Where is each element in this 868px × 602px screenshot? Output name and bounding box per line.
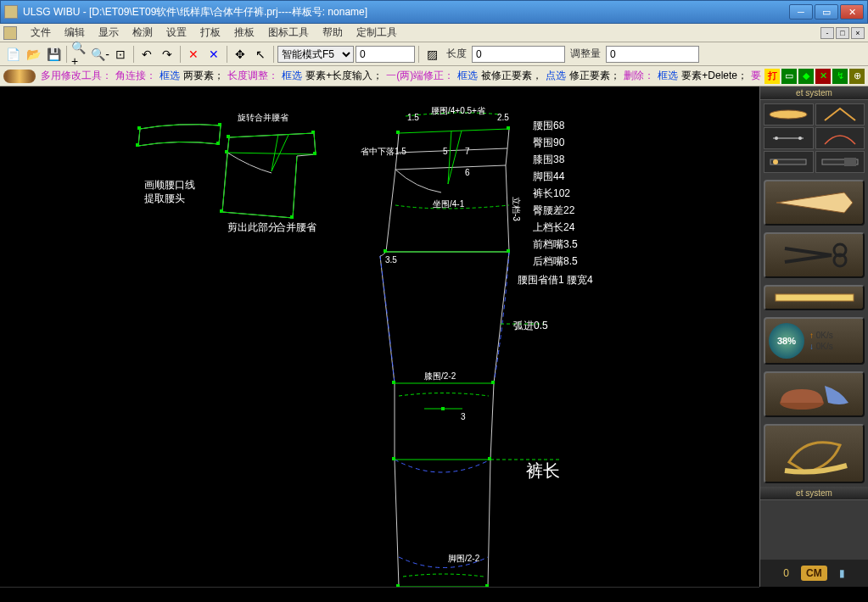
close-button[interactable]: ✕ [840, 4, 864, 20]
unit-extra[interactable]: ▮ [834, 566, 850, 581]
percent-value: 38% [769, 323, 804, 359]
save-button[interactable]: 💾 [44, 45, 63, 64]
maximize-button[interactable]: ▭ [815, 4, 838, 20]
length-label: 长度 [443, 47, 470, 61]
mode-combo[interactable]: 智能模式F5 [277, 46, 354, 63]
mdi-restore[interactable]: □ [836, 27, 849, 39]
measurements-list: 腰围68 臀围90 膝围38 脚围44 裤长102 臀腰差22 上档长24 前档… [518, 120, 593, 286]
svg-rect-26 [384, 249, 387, 253]
menu-file[interactable]: 文件 [24, 24, 58, 42]
menu-view[interactable]: 显示 [92, 24, 126, 42]
svg-point-46 [775, 137, 778, 140]
end-btn-6[interactable]: ⊕ [849, 69, 865, 84]
svg-text:立档-3: 立档-3 [512, 197, 521, 221]
svg-text:腰围68: 腰围68 [533, 120, 565, 131]
menu-bar: 文件 编辑 显示 检测 设置 打板 推板 图标工具 帮助 定制工具 - □ × [0, 24, 868, 42]
menu-pattern[interactable]: 打板 [193, 24, 227, 42]
svg-rect-25 [507, 126, 510, 130]
tool-scissors[interactable] [764, 232, 865, 278]
unit-cm[interactable]: CM [801, 566, 827, 581]
menu-custom[interactable]: 定制工具 [350, 24, 404, 42]
tool-measure-b[interactable] [815, 151, 865, 173]
svg-text:上档长24: 上档长24 [533, 221, 575, 233]
tool-tape[interactable] [764, 424, 865, 483]
svg-text:脚围44: 脚围44 [533, 170, 565, 182]
svg-rect-30 [392, 457, 395, 460]
bullet-icon [3, 70, 36, 83]
menu-grade[interactable]: 推板 [227, 24, 261, 42]
mdi-close[interactable]: × [851, 27, 865, 39]
svg-rect-8 [220, 209, 223, 213]
svg-text:臀围90: 臀围90 [533, 137, 565, 148]
tool-dart[interactable] [764, 180, 865, 226]
svg-rect-27 [507, 249, 510, 253]
mdi-minimize[interactable]: - [820, 27, 834, 39]
marker-red[interactable]: ✕ [184, 45, 203, 64]
end-btn-1[interactable]: 打 [764, 69, 780, 84]
tool-measure-a[interactable] [764, 151, 814, 173]
value1-input[interactable] [356, 46, 415, 63]
menu-check[interactable]: 检测 [126, 24, 160, 42]
tool-curve[interactable] [815, 127, 865, 149]
length-input[interactable] [472, 46, 565, 63]
menu-help[interactable]: 帮助 [316, 24, 350, 42]
svg-text:脚围/2-2: 脚围/2-2 [448, 554, 480, 563]
left-note-1: 画顺腰口线 [144, 179, 195, 191]
svg-text:裤长102: 裤长102 [533, 187, 570, 199]
svg-rect-0 [137, 126, 141, 130]
unit-zero[interactable]: 0 [778, 566, 794, 581]
main-toolbar: 📄 📂 💾 🔍+ 🔍- ⊡ ↶ ↷ ✕ ✕ ✥ ↖ 智能模式F5 ▨ 长度 调整… [0, 42, 868, 66]
minimize-button[interactable]: ─ [789, 4, 813, 20]
tool-ruler[interactable] [764, 285, 865, 310]
end-btn-4[interactable]: ✕ [815, 69, 831, 84]
open-button[interactable]: 📂 [24, 45, 42, 64]
length-label: 裤长 [526, 461, 560, 480]
piece-label-2: 剪出此部分 [227, 221, 278, 233]
tool-angle[interactable] [815, 103, 865, 125]
tool-basket[interactable] [764, 371, 865, 417]
svg-rect-5 [311, 131, 315, 134]
tool-pencil[interactable] [764, 103, 814, 125]
left-note-2: 提取腰头 [144, 192, 185, 204]
pointer-button[interactable]: ↖ [251, 45, 270, 64]
svg-rect-9 [290, 215, 294, 219]
svg-rect-54 [776, 294, 854, 301]
end-btn-5[interactable]: ↯ [832, 69, 848, 84]
zoom-in-button[interactable]: 🔍+ [70, 45, 89, 64]
svg-rect-21 [441, 407, 445, 410]
svg-text:5: 5 [443, 147, 448, 156]
svg-text:7: 7 [465, 147, 470, 156]
svg-rect-7 [225, 150, 228, 153]
end-btn-2[interactable]: ▭ [781, 69, 797, 84]
move-button[interactable]: ✥ [231, 45, 249, 64]
menu-icon-tools[interactable]: 图标工具 [261, 24, 316, 42]
new-button[interactable]: 📄 [3, 45, 22, 64]
panel-footer: et system [760, 487, 868, 500]
svg-rect-51 [844, 158, 856, 166]
select-mode-button[interactable]: ▨ [423, 45, 441, 64]
window-titlebar: ULSG WIBU - [D:\ET09\ET09软件\纸样库\合体牛仔裤.pr… [0, 0, 868, 24]
zoom-out-button[interactable]: 🔍- [91, 45, 109, 64]
marker-blue[interactable]: ✕ [204, 45, 223, 64]
menu-edit[interactable]: 编辑 [58, 24, 92, 42]
svg-point-44 [770, 110, 807, 119]
adjust-input[interactable] [606, 46, 699, 63]
status-bar [0, 587, 759, 602]
svg-rect-29 [491, 381, 495, 384]
redo-button[interactable]: ↷ [158, 45, 176, 64]
svg-rect-6 [313, 152, 316, 155]
zoom-fit-button[interactable]: ⊡ [111, 45, 130, 64]
drawing-canvas[interactable]: 旋转合并腰省 画顺腰口线 提取腰头 剪出此部分 合并腰省 1.5 腰围/4+0.… [0, 86, 759, 587]
window-title: ULSG WIBU - [D:\ET09\ET09软件\纸样库\合体牛仔裤.pr… [23, 5, 789, 20]
menu-settings[interactable]: 设置 [160, 24, 193, 42]
svg-text:3.5: 3.5 [385, 255, 397, 265]
undo-button[interactable]: ↶ [137, 45, 156, 64]
piece-label-1: 旋转合并腰省 [238, 113, 288, 122]
svg-rect-1 [218, 123, 221, 126]
tool-line[interactable] [764, 127, 814, 149]
svg-text:腰围/4+0.5+省: 腰围/4+0.5+省 [431, 106, 485, 115]
end-btn-3[interactable]: ◆ [798, 69, 814, 84]
command-hint-bar: 多用修改工具： 角连接：框选两要素； 长度调整：框选要素+长度输入； 一(两)端… [0, 66, 868, 86]
progress-widget: 38% ↑ 0K/s ↓ 0K/s [764, 317, 865, 365]
svg-text:1.5: 1.5 [407, 113, 419, 122]
